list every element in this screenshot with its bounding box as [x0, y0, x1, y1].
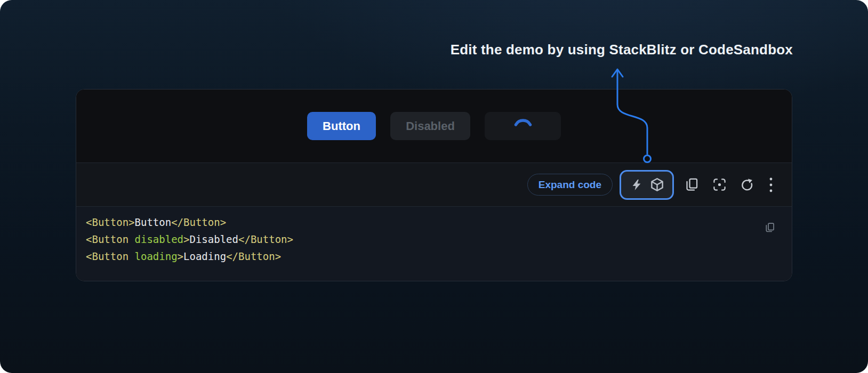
stackblitz-bolt-icon: [630, 178, 643, 192]
annotation-heading: Edit the demo by using StackBlitz or Cod…: [451, 42, 793, 58]
stackblitz-button[interactable]: [626, 173, 647, 197]
refresh-icon: [740, 178, 754, 192]
copy-code-button[interactable]: [684, 173, 700, 197]
copy-icon: [685, 177, 699, 192]
demo-button-primary[interactable]: Button: [307, 112, 376, 140]
code-line: <Button disabled>Disabled</Button>: [86, 231, 792, 248]
codesandbox-button[interactable]: [647, 173, 667, 197]
arrow-head-icon: [612, 69, 623, 77]
codesandbox-cube-icon: [650, 177, 664, 192]
isolate-demo-button[interactable]: [711, 173, 727, 197]
copy-snippet-button[interactable]: [761, 219, 778, 236]
refresh-demo-button[interactable]: [739, 173, 755, 197]
code-lines: <Button>Button</Button><Button disabled>…: [86, 214, 792, 265]
app-background: Edit the demo by using StackBlitz or Cod…: [0, 0, 868, 373]
demo-preview-area: Button Disabled: [76, 90, 792, 163]
demo-button-loading[interactable]: [485, 112, 561, 140]
sandbox-buttons-highlight: [620, 170, 674, 200]
loading-spinner-icon: [510, 113, 536, 139]
copy-icon: [765, 220, 775, 235]
more-actions-button[interactable]: [767, 173, 775, 197]
demo-card: Button Disabled Expand code: [76, 89, 792, 281]
focus-scan-icon: [712, 177, 727, 192]
code-block: <Button>Button</Button><Button disabled>…: [76, 207, 792, 281]
demo-toolbar: Expand code: [76, 163, 792, 207]
demo-button-disabled[interactable]: Disabled: [390, 112, 470, 140]
code-line: <Button>Button</Button>: [86, 214, 792, 231]
kebab-menu-icon: [769, 177, 773, 193]
expand-code-button[interactable]: Expand code: [527, 174, 613, 196]
code-line: <Button loading>Loading</Button>: [86, 248, 792, 265]
